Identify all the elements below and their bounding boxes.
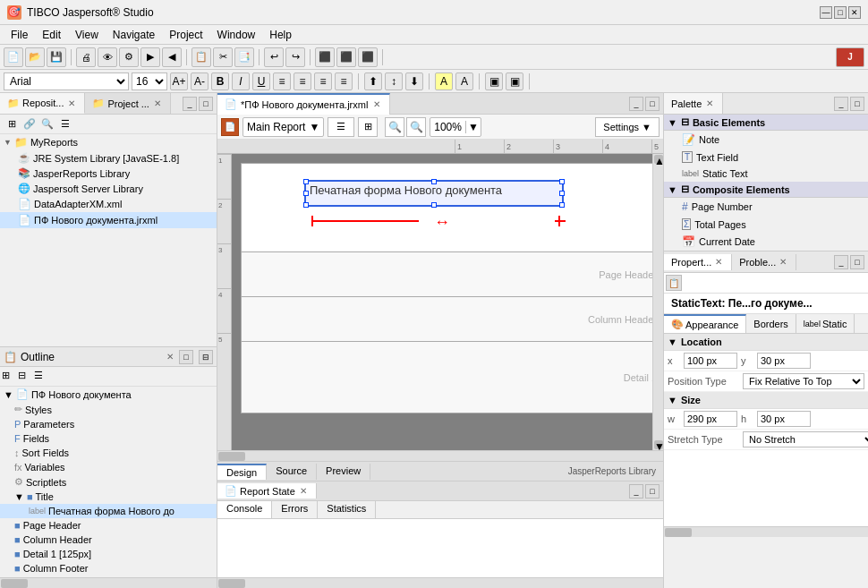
project-close[interactable]: ✕ xyxy=(152,98,163,108)
filter-btn[interactable]: 🔍 xyxy=(39,116,55,132)
menu-window[interactable]: Window xyxy=(210,27,263,43)
outline-item-title[interactable]: ▼ ■ Title xyxy=(0,490,217,504)
tb-btn-3[interactable]: ⚙ xyxy=(119,47,139,67)
menu-file[interactable]: File xyxy=(4,27,35,43)
props-minimize-btn[interactable]: _ xyxy=(834,255,848,269)
valign-top-btn[interactable]: ⬆ xyxy=(364,72,382,90)
resize-handle-sw[interactable] xyxy=(303,202,309,208)
tab-preview[interactable]: Preview xyxy=(317,464,370,480)
minimize-button[interactable]: — xyxy=(820,6,832,19)
props-tab-properties[interactable]: Propert... ✕ xyxy=(664,254,732,270)
w-input[interactable] xyxy=(684,411,737,427)
palette-tab-palette[interactable]: Palette ✕ xyxy=(664,93,723,114)
settings-btn[interactable]: Settings ▼ xyxy=(595,117,660,137)
open-button[interactable]: 📂 xyxy=(25,47,45,67)
outline-maximize-btn[interactable]: □ xyxy=(179,350,193,364)
menu-project[interactable]: Project xyxy=(162,27,209,43)
window-controls[interactable]: — □ ✕ xyxy=(820,6,861,19)
location-section-header[interactable]: ▼ Location xyxy=(664,334,868,351)
background-color-btn[interactable]: A xyxy=(435,72,453,90)
selected-text-element[interactable]: Печатная форма Нового документа xyxy=(304,180,564,207)
doc-maximize-btn[interactable]: □ xyxy=(645,97,660,111)
font-family-select[interactable]: Arial xyxy=(4,72,129,90)
font-size-select[interactable]: 16 xyxy=(132,72,167,90)
zoom-in-btn[interactable]: 🔍 xyxy=(406,117,426,137)
link-btn[interactable]: 🔗 xyxy=(21,116,38,132)
tree-item-jasperlib[interactable]: 📚 JasperReports Library xyxy=(0,166,217,181)
palette-minimize-btn[interactable]: _ xyxy=(834,97,848,111)
align-right-text-btn[interactable]: ≡ xyxy=(314,72,332,90)
preview-button[interactable]: 👁 xyxy=(98,47,117,67)
probs-tab-close[interactable]: ✕ xyxy=(778,257,788,267)
resize-handle-s[interactable] xyxy=(431,202,437,208)
palette-item-statictext[interactable]: label Static Text xyxy=(664,166,868,182)
repo-close[interactable]: ✕ xyxy=(66,98,77,108)
bold-button[interactable]: B xyxy=(211,72,229,90)
menu-edit[interactable]: Edit xyxy=(35,27,68,43)
doc-tab-jrxml[interactable]: 📄 *ПФ Нового документа.jrxml ✕ xyxy=(217,93,390,115)
rs-maximize[interactable]: □ xyxy=(645,484,660,499)
outline-item-sortfields[interactable]: ↕ Sort Fields xyxy=(0,446,217,460)
tree-item-jre[interactable]: ☕ JRE System Library [JavaSE-1.8] xyxy=(0,150,217,166)
props-tab-close[interactable]: ✕ xyxy=(713,257,724,267)
outline-item-report[interactable]: ▼ 📄 ПФ Нового документа xyxy=(0,387,217,402)
align-left-text-btn[interactable]: ≡ xyxy=(273,72,291,90)
outline-item-colheader[interactable]: ■ Column Header xyxy=(0,533,217,547)
props-hscroll-thumb[interactable] xyxy=(665,528,692,537)
position-type-select[interactable]: Fix Relative To Top Relative To Top Floa… xyxy=(743,373,864,389)
props-subtab-borders[interactable]: Borders xyxy=(746,314,796,333)
new-button[interactable]: 📄 xyxy=(4,47,23,67)
props-hscrollbar[interactable] xyxy=(664,526,868,537)
style-btn-2[interactable]: ▣ xyxy=(506,72,523,90)
outline-filter-btn[interactable]: ☰ xyxy=(34,370,48,384)
jasper-icon[interactable]: J xyxy=(836,47,864,67)
zoom-out-btn[interactable]: 🔍 xyxy=(385,117,404,137)
subtab-errors[interactable]: Errors xyxy=(272,501,318,518)
font-increase-btn[interactable]: A+ xyxy=(170,72,188,90)
tb-btn-7[interactable]: ✂ xyxy=(213,47,233,67)
left-minimize-btn[interactable]: _ xyxy=(183,97,197,111)
align-center-text-btn[interactable]: ≡ xyxy=(294,72,311,90)
report-icon-btn[interactable]: 📄 xyxy=(221,118,239,136)
stretch-type-select[interactable]: No Stretch Relative To Tallest Object Re… xyxy=(743,431,868,447)
tb-btn-4[interactable]: ▶ xyxy=(140,47,160,67)
print-button[interactable]: 🖨 xyxy=(76,47,96,67)
report-state-tab[interactable]: 📄 Report State ✕ xyxy=(217,483,317,499)
menu-navigate[interactable]: Navigate xyxy=(106,27,162,43)
props-maximize-btn[interactable]: □ xyxy=(850,255,864,269)
maximize-button[interactable]: □ xyxy=(834,6,847,19)
props-subtab-appearance[interactable]: 🎨 Appearance xyxy=(664,314,746,333)
tb-btn-8[interactable]: 📑 xyxy=(234,47,254,67)
palette-item-pagenumber[interactable]: # Page Number xyxy=(664,198,868,216)
style-btn-1[interactable]: ▣ xyxy=(485,72,503,90)
underline-button[interactable]: U xyxy=(252,72,270,90)
report-selector[interactable]: Main Report ▼ xyxy=(243,117,324,137)
menu-help[interactable]: Help xyxy=(262,27,299,43)
resize-handle-e[interactable] xyxy=(559,191,565,196)
align-left-button[interactable]: ⬛ xyxy=(315,47,335,67)
close-button[interactable]: ✕ xyxy=(848,6,861,19)
props-tab-problems[interactable]: Proble... ✕ xyxy=(732,254,796,270)
outline-expand-btn[interactable]: ⊟ xyxy=(18,370,32,384)
outline-item-colfooter[interactable]: ■ Column Footer xyxy=(0,561,217,575)
zoom-dropdown-btn[interactable]: ▼ xyxy=(465,121,481,133)
tree-item-myreports[interactable]: ▼ 📁 MyReports xyxy=(0,134,217,150)
canvas-hscrollbar[interactable] xyxy=(217,450,663,461)
outline-close[interactable]: ✕ xyxy=(165,352,175,362)
report-state-scrollbar[interactable] xyxy=(217,577,663,588)
outline-item-detail1[interactable]: ■ Detail 1 [125px] xyxy=(0,547,217,561)
outline-item-variables[interactable]: fx Variables xyxy=(0,460,217,474)
resize-handle-nw[interactable] xyxy=(303,179,309,184)
subtab-console[interactable]: Console xyxy=(217,501,272,518)
valign-mid-btn[interactable]: ↕ xyxy=(385,72,403,90)
tb-btn-6[interactable]: 📋 xyxy=(191,47,211,67)
align-right-button[interactable]: ⬛ xyxy=(358,47,378,67)
outline-extra-btn[interactable]: ⊟ xyxy=(199,350,213,364)
outline-item-scriptlets[interactable]: ⚙ Scriptlets xyxy=(0,474,217,490)
resize-handle-w[interactable] xyxy=(303,191,309,196)
palette-item-totalpages[interactable]: Σ Total Pages xyxy=(664,216,868,233)
tb-btn-5[interactable]: ◀ xyxy=(162,47,182,67)
align-center-button[interactable]: ⬛ xyxy=(336,47,356,67)
palette-maximize-btn[interactable]: □ xyxy=(850,97,864,111)
outline-item-text-elem[interactable]: label Печатная форма Нового до xyxy=(0,504,217,518)
